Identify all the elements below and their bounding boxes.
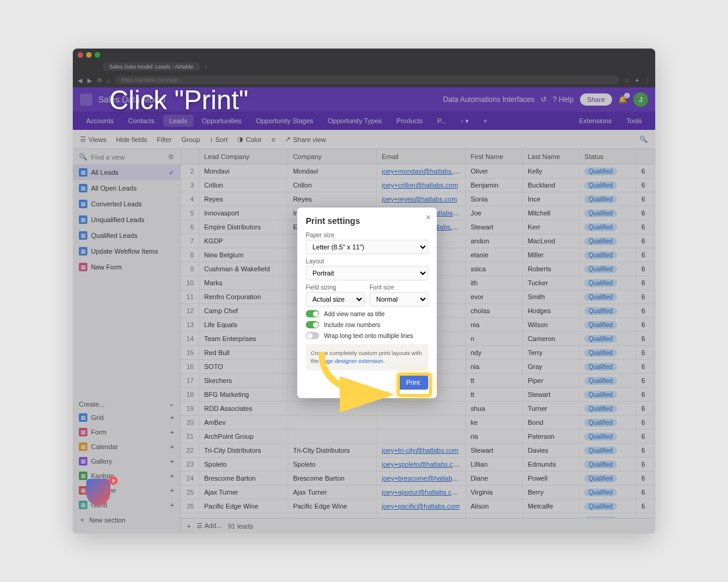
cell-status[interactable]: Qualified bbox=[579, 486, 636, 499]
cell-status[interactable]: Qualified bbox=[579, 402, 636, 416]
column-header[interactable] bbox=[636, 149, 655, 164]
cell-extra[interactable]: 6 bbox=[636, 374, 655, 388]
cell-first[interactable]: nia bbox=[465, 360, 522, 374]
cell-lead[interactable]: Empire Distributors bbox=[199, 220, 288, 234]
cell-extra[interactable]: 6 bbox=[636, 346, 655, 360]
cell-last[interactable]: Roberts bbox=[522, 262, 579, 276]
add-row-icon[interactable]: + bbox=[187, 523, 190, 530]
cell-company[interactable]: Brescome Barton bbox=[288, 472, 376, 486]
new-tab-icon[interactable]: + bbox=[204, 64, 207, 70]
cell-last[interactable]: Ince bbox=[522, 192, 579, 206]
sort-button[interactable]: ↕ Sort bbox=[210, 136, 228, 143]
sidebar-view-item[interactable]: ▦All Leads✓ bbox=[73, 164, 180, 180]
add-table-icon[interactable]: + bbox=[477, 115, 493, 127]
cell-extra[interactable]: 6 bbox=[636, 472, 655, 486]
row-height-icon[interactable]: ≡ bbox=[272, 136, 275, 143]
cell-status[interactable]: Qualified bbox=[579, 290, 636, 304]
cell-lead[interactable]: RDD Associates bbox=[199, 402, 288, 416]
sidebar-view-item[interactable]: ▦New Form bbox=[73, 259, 180, 275]
cell-first[interactable]: evor bbox=[465, 290, 522, 304]
cell-lead[interactable]: Innovasport bbox=[199, 206, 288, 220]
cell-status[interactable]: Qualified bbox=[579, 304, 636, 318]
cell-first[interactable]: shua bbox=[465, 402, 522, 416]
cell-last[interactable]: Piper bbox=[522, 374, 579, 388]
table-row[interactable]: 24 Brescome Barton Brescome Barton joey+… bbox=[181, 472, 655, 486]
cell-email[interactable]: joey+spoleto@hatlabs.com bbox=[377, 458, 465, 472]
tools-button[interactable]: Tools bbox=[620, 115, 648, 127]
browser-tab[interactable]: Sales Data Model: Leads - Airtable bbox=[103, 63, 200, 71]
cell-lead[interactable]: Marks bbox=[199, 276, 288, 290]
avatar[interactable]: J bbox=[633, 92, 648, 107]
cell-last[interactable]: Berry bbox=[522, 486, 579, 499]
cell-extra[interactable]: 6 bbox=[636, 430, 655, 444]
add-menu-button[interactable]: ☰ Add... bbox=[197, 522, 221, 530]
nav-interfaces[interactable]: Interfaces bbox=[502, 95, 534, 104]
maximize-window-icon[interactable] bbox=[95, 52, 100, 58]
cell-last[interactable]: Powell bbox=[522, 472, 579, 486]
menu-icon[interactable]: ⋮ bbox=[644, 77, 650, 84]
table-tab[interactable]: Opportunity Types bbox=[322, 115, 388, 127]
table-tab[interactable]: Accounts bbox=[80, 115, 120, 127]
cell-email[interactable]: joey+reyes@hatlabs.com bbox=[377, 192, 465, 206]
cell-company[interactable] bbox=[288, 416, 376, 430]
group-button[interactable]: Group bbox=[181, 136, 200, 143]
table-row[interactable]: 23 Spoleto Spoleto joey+spoleto@hatlabs.… bbox=[181, 458, 655, 472]
cell-extra[interactable]: 6 bbox=[636, 402, 655, 416]
table-row[interactable]: 2 Mondavi Mondavi joey+mondavi@hatlabs.c… bbox=[181, 164, 655, 178]
column-header[interactable]: Last Name bbox=[522, 149, 579, 164]
cell-status[interactable]: Qualified bbox=[579, 206, 636, 220]
cell-last[interactable]: Kerr bbox=[522, 220, 579, 234]
cell-last[interactable]: Buckland bbox=[522, 178, 579, 192]
cell-lead[interactable]: Skechers bbox=[199, 374, 288, 388]
cell-lead[interactable]: Reyes bbox=[199, 192, 288, 206]
cell-first[interactable]: nia bbox=[465, 318, 522, 332]
cell-extra[interactable]: 6 bbox=[636, 248, 655, 262]
cell-last[interactable]: Turner bbox=[522, 402, 579, 416]
cell-lead[interactable]: AmBev bbox=[199, 416, 288, 430]
cell-lead[interactable]: BFG Marketing bbox=[199, 388, 288, 402]
table-row[interactable]: 25 Ajax Turner Ajax Turner joey+ajaxtur@… bbox=[181, 486, 655, 499]
cell-first[interactable]: ndy bbox=[465, 346, 522, 360]
cell-company[interactable]: Mondavi bbox=[288, 164, 376, 178]
cell-extra[interactable]: 6 bbox=[636, 360, 655, 374]
cell-status[interactable]: Qualified bbox=[579, 332, 636, 346]
cell-status[interactable]: Qualified bbox=[579, 374, 636, 388]
table-row[interactable]: 21 ArchPoint Group ria Paterson Qualifie… bbox=[181, 430, 655, 444]
nav-data[interactable]: Data bbox=[443, 95, 458, 104]
cell-status[interactable]: Qualified bbox=[579, 472, 636, 486]
cell-extra[interactable]: 6 bbox=[636, 206, 655, 220]
cell-last[interactable]: Cameron bbox=[522, 332, 579, 346]
cell-last[interactable]: Miller bbox=[522, 248, 579, 262]
table-tab[interactable]: P... bbox=[431, 115, 453, 127]
cell-status[interactable]: Qualified bbox=[579, 499, 636, 513]
search-icon[interactable]: 🔍 bbox=[639, 135, 648, 143]
cell-status[interactable]: Qualified bbox=[579, 416, 636, 430]
back-icon[interactable]: ◀ bbox=[78, 77, 83, 84]
cell-first[interactable]: Virginia bbox=[465, 486, 522, 499]
cell-lead[interactable]: ArchPoint Group bbox=[199, 430, 288, 444]
cell-lead[interactable]: Brescome Barton bbox=[199, 472, 288, 486]
cell-email[interactable] bbox=[377, 430, 465, 444]
column-header[interactable]: First Name bbox=[465, 149, 522, 164]
cell-last[interactable]: Kelly bbox=[522, 164, 579, 178]
cell-last[interactable]: Wilson bbox=[522, 318, 579, 332]
column-header[interactable]: Lead Company bbox=[199, 149, 288, 164]
cell-email[interactable]: joey+mondavi@hatlabs.c... bbox=[377, 164, 465, 178]
cell-lead[interactable]: Tri-City Distributors bbox=[199, 444, 288, 458]
sidebar-view-item[interactable]: ▦Update Webflow Items bbox=[73, 243, 180, 259]
home-icon[interactable]: ⌂ bbox=[107, 77, 110, 84]
cell-extra[interactable]: 6 bbox=[636, 304, 655, 318]
close-icon[interactable]: × bbox=[426, 212, 431, 222]
history-icon[interactable]: ↺ bbox=[541, 95, 547, 104]
cell-lead[interactable]: Cushman & Wakefield bbox=[199, 262, 288, 276]
settings-icon[interactable]: ⚙ bbox=[168, 153, 174, 161]
table-row[interactable]: 26 Pacific Edge Wine Pacific Edge Wine j… bbox=[181, 499, 655, 513]
cell-first[interactable]: ith bbox=[465, 276, 522, 290]
table-tab[interactable]: Opportunities bbox=[196, 115, 248, 127]
cell-last[interactable]: Gray bbox=[522, 360, 579, 374]
cell-extra[interactable]: 6 bbox=[636, 416, 655, 430]
cell-email[interactable]: joey+ajaxtur@hatlabs.com bbox=[377, 486, 465, 499]
cell-extra[interactable]: 6 bbox=[636, 178, 655, 192]
cell-extra[interactable]: 6 bbox=[636, 318, 655, 332]
cell-extra[interactable]: 6 bbox=[636, 220, 655, 234]
